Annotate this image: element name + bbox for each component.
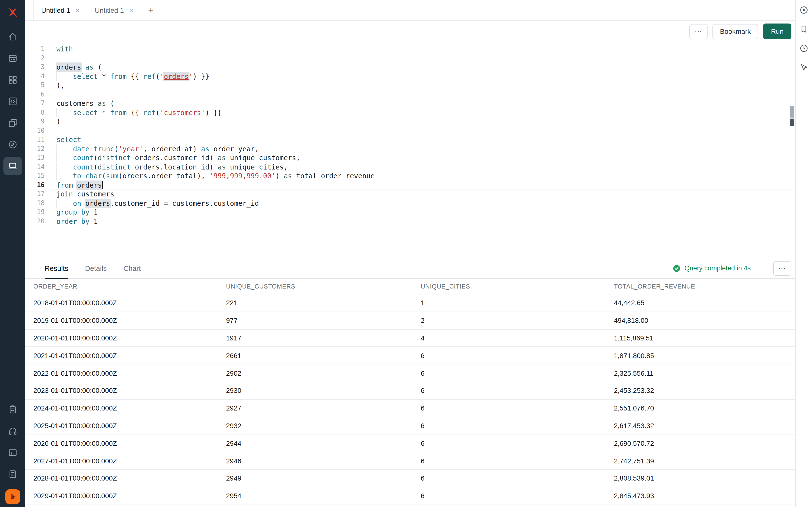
code-token [81,199,85,207]
code-line[interactable]: 9) [25,117,795,126]
table-row[interactable]: 2018-01-01T00:00:00.000Z221144,442.65 [25,294,795,312]
table-row[interactable]: 2023-01-01T00:00:00.000Z293062,453,253.3… [25,382,795,400]
table-cell: 2944 [226,439,421,447]
table-icon[interactable] [3,443,22,462]
vault-icon[interactable] [3,49,22,68]
code-line[interactable]: 7customers as ( [25,99,795,108]
line-number: 18 [25,199,45,208]
table-row[interactable]: 2025-01-01T00:00:00.000Z293262,617,453.3… [25,417,795,435]
table-row[interactable]: 2028-01-01T00:00:00.000Z294962,808,539.0… [25,470,795,488]
run-button[interactable]: Run [763,23,792,39]
code-token [73,181,77,189]
history-icon[interactable] [799,43,809,53]
home-icon[interactable] [3,27,22,46]
table-row[interactable]: 2030-01-01T00:00:00.000Z287961,841,049.3… [25,505,795,507]
more-options-button[interactable]: ⋯ [690,24,708,39]
table-row[interactable]: 2021-01-01T00:00:00.000Z266161,871,800.8… [25,347,795,365]
tab-details[interactable]: Details [85,258,107,278]
code-token: order_year, [209,145,259,153]
headphones-icon[interactable] [3,422,22,440]
code-line[interactable]: 18on orders.customer_id = customers.cust… [25,199,795,208]
close-icon[interactable]: × [75,7,80,13]
tab-results[interactable]: Results [45,258,68,278]
code-token: group by [56,208,90,216]
table-row[interactable]: 2020-01-01T00:00:00.000Z191741,115,869.5… [25,329,795,347]
code-token: (orders.order_total), [118,172,209,180]
code-line[interactable]: 19group by 1 [25,208,795,217]
new-tab-button[interactable]: + [141,0,161,20]
code-text: join customers [56,189,114,199]
column-header[interactable]: TOTAL_ORDER_REVENUE [614,283,795,290]
table-row[interactable]: 2022-01-01T00:00:00.000Z290262,325,556.1… [25,364,795,382]
code-text: select * from {{ ref('customers') }} [56,108,222,117]
grid-icon[interactable] [3,70,22,89]
code-token: ( [156,109,160,116]
target-icon[interactable] [799,4,809,15]
compass-icon[interactable] [3,135,22,154]
code-line[interactable]: 13count(distinct orders.customer_id) as … [25,153,795,162]
bookmark-icon[interactable] [799,23,809,34]
table-cell: 2,808,539.01 [614,474,795,482]
code-token: ) [275,172,284,180]
table-cell: 2025-01-01T00:00:00.000Z [33,422,226,430]
table-row[interactable]: 2029-01-01T00:00:00.000Z295462,845,473.9… [25,488,795,505]
pointer-icon[interactable] [799,62,809,72]
left-sidebar [0,0,25,507]
code-line[interactable]: 11select [25,135,795,144]
code-text: select [56,135,81,144]
table-cell: 2027-01-01T00:00:00.000Z [33,457,226,465]
line-number: 14 [25,162,45,171]
close-icon[interactable]: × [129,7,133,13]
code-token: ( [94,63,102,71]
bookmark-button[interactable]: Bookmark [713,24,758,39]
column-header[interactable]: UNIQUE_CUSTOMERS [226,283,421,290]
user-avatar[interactable] [5,489,20,504]
code-line[interactable]: 20order by 1 [25,217,795,226]
code-box-icon[interactable] [3,92,22,111]
terminal-icon[interactable] [3,157,22,175]
code-token: as [284,172,292,180]
results-more-button[interactable]: ⋯ [773,261,792,276]
sql-editor[interactable]: 1with23orders as (4select * from {{ ref(… [25,42,795,258]
editor-scrollbar-thumb[interactable] [790,106,794,118]
table-body: 2018-01-01T00:00:00.000Z221144,442.65201… [25,294,795,507]
code-text: group by 1 [56,208,98,217]
table-cell: 2026-01-01T00:00:00.000Z [33,439,226,447]
table-row[interactable]: 2027-01-01T00:00:00.000Z294662,742,751.3… [25,452,795,470]
column-header[interactable]: UNIQUE_CITIES [421,283,614,290]
app-logo-icon[interactable] [5,5,20,19]
text-cursor [102,181,103,188]
code-line[interactable]: 4select * from {{ ref('orders') }} [25,72,795,81]
code-token [56,199,73,208]
code-line[interactable]: 2 [25,54,795,63]
code-text: date_trunc('year', ordered_at) as order_… [56,144,259,153]
code-line[interactable]: 5), [25,81,795,90]
code-line[interactable]: 1with [25,45,795,54]
code-line[interactable]: 17join customers [25,189,795,199]
clipboard-icon[interactable] [3,400,22,419]
code-line[interactable]: 6 [25,90,795,99]
windows-icon[interactable] [3,114,22,132]
column-header[interactable]: ORDER_YEAR [33,283,226,290]
code-line[interactable]: 15to_char(sum(orders.order_total), '999,… [25,171,795,180]
tab-chart[interactable]: Chart [123,258,141,278]
code-token: date_trunc [73,145,114,153]
calculator-icon[interactable] [3,465,22,484]
code-token: from [110,109,126,116]
main-panel: Untitled 1 × Untitled 1 × + ⋯ Bookmark R… [25,0,795,507]
code-line[interactable]: 14count(distinct orders.location_id) as … [25,162,795,171]
code-line[interactable]: 12date_trunc('year', ordered_at) as orde… [25,144,795,153]
table-row[interactable]: 2026-01-01T00:00:00.000Z294462,690,570.7… [25,435,795,452]
table-row[interactable]: 2024-01-01T00:00:00.000Z292762,551,076.7… [25,400,795,417]
tab-untitled-1[interactable]: Untitled 1 × [33,0,88,20]
code-line[interactable]: 16from orders [25,180,795,189]
code-line[interactable]: 8select * from {{ ref('customers') }} [25,108,795,117]
code-line[interactable]: 10 [25,126,795,135]
table-cell: 2028-01-01T00:00:00.000Z [33,474,226,482]
code-token: ' [201,109,205,116]
table-row[interactable]: 2019-01-01T00:00:00.000Z9772494,818.00 [25,312,795,330]
tab-untitled-2[interactable]: Untitled 1 × [88,0,141,20]
code-line[interactable]: 3orders as ( [25,63,795,72]
code-token: ref [143,109,156,116]
check-circle-icon [673,264,680,272]
